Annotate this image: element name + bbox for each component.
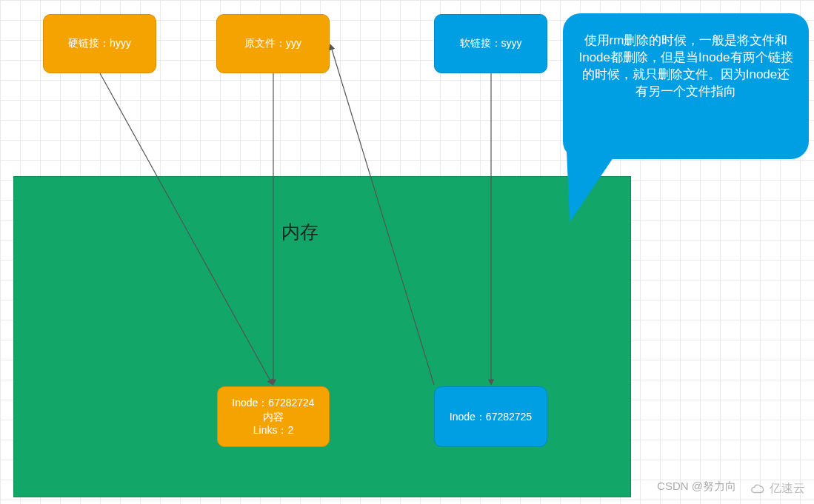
hardlink-file-box: 硬链接：hyyy (43, 14, 156, 73)
inode-main-line2: 内容 (263, 410, 284, 424)
inode-main-box: Inode：67282724 内容 Links：2 (217, 386, 330, 447)
callout-text: 使用rm删除的时候，一般是将文件和Inode都删除，但是当Inode有两个链接的… (576, 33, 795, 101)
memory-area (13, 176, 631, 497)
watermark-csdn: CSDN @努力向 (657, 480, 736, 494)
original-label: 原文件：yyy (244, 37, 301, 50)
callout-bubble: 使用rm删除的时候，一般是将文件和Inode都删除，但是当Inode有两个链接的… (563, 13, 809, 159)
inode-soft-box: Inode：67282725 (434, 386, 547, 447)
memory-title: 内存 (281, 220, 318, 244)
watermark-yisu: 亿速云 (750, 481, 805, 497)
watermark-yisu-text: 亿速云 (770, 481, 805, 497)
original-file-box: 原文件：yyy (216, 14, 330, 73)
softlink-file-box: 软链接：syyy (434, 14, 547, 73)
inode-main-line3: Links：2 (253, 423, 293, 437)
inode-soft-line1: Inode：67282725 (450, 410, 532, 424)
cloud-icon (750, 483, 767, 495)
inode-main-line1: Inode：67282724 (232, 396, 314, 410)
hardlink-label: 硬链接：hyyy (68, 37, 131, 50)
softlink-label: 软链接：syyy (460, 37, 522, 50)
